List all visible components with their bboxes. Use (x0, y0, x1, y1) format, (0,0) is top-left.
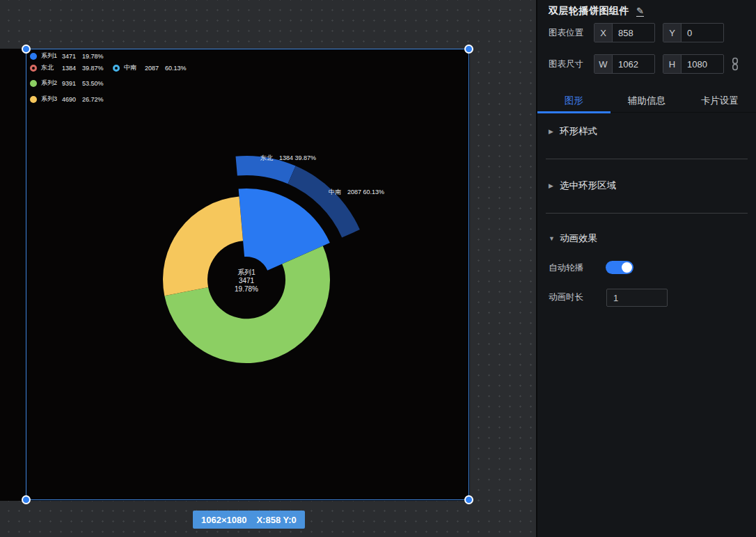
legend-value: 4690 (62, 96, 82, 103)
animation-duration-row: 动画时长 (537, 291, 756, 305)
aspect-ratio-link-icon[interactable] (730, 57, 740, 74)
auto-carousel-toggle[interactable] (606, 261, 633, 274)
center-label-line: 3471 (212, 277, 281, 285)
center-label-line: 系列1 (212, 268, 281, 277)
legend-row: 东北138439.87%中南208760.13% (30, 63, 196, 72)
resize-handle-bottom-left[interactable] (22, 495, 31, 504)
legend-name: 东北 (41, 63, 62, 72)
legend-percent: 60.13% (165, 65, 196, 72)
chart-size-row: 图表尺寸 W H (537, 54, 756, 74)
w-label: W (594, 55, 613, 73)
legend-name: 系列3 (41, 95, 62, 104)
legend-value: 2087 (145, 65, 165, 72)
properties-panel: 双层轮播饼图组件 ✎ 图表位置 X Y 图表尺寸 W H (536, 0, 756, 537)
duration-label: 动画时长 (549, 291, 583, 303)
width-input[interactable] (613, 55, 654, 73)
size-position-badge: 1062×1080 X:858 Y:0 (193, 511, 305, 529)
tab-auxiliary-info[interactable]: 辅助信息 (611, 89, 684, 112)
ring-segment-label: 中南2087 60.13% (329, 188, 384, 197)
size-label: 图表尺寸 (549, 54, 583, 74)
ring-label-value: 1384 39.87% (279, 154, 316, 161)
h-label: H (663, 55, 682, 73)
resize-handle-top-right[interactable] (464, 45, 473, 54)
legend-dot-icon (30, 53, 37, 60)
duration-input-box (606, 289, 668, 307)
legend-row: 系列2939153.50% (30, 79, 113, 88)
pie-center-label: 系列1347119.78% (212, 268, 281, 294)
edit-title-icon[interactable]: ✎ (636, 6, 644, 17)
y-input-group: Y (663, 23, 724, 42)
section-ring-style[interactable]: ▶ 环形样式 (549, 125, 597, 138)
badge-position-text: X:858 Y:0 (256, 515, 296, 525)
legend-item-东北: 东北138439.87% (30, 63, 113, 72)
editor-workspace[interactable]: 系列1347119.78%东北138439.87%中南208760.13%系列2… (0, 0, 536, 537)
auto-carousel-row: 自动轮播 (537, 262, 756, 276)
legend-item-系列3: 系列3469026.72% (30, 95, 113, 104)
chart-position-row: 图表位置 X Y (537, 23, 756, 42)
center-label-line: 19.78% (212, 285, 281, 294)
badge-size-text: 1062×1080 (201, 515, 246, 525)
legend-percent: 26.72% (82, 96, 113, 103)
x-input[interactable] (613, 24, 654, 42)
ring-label-name: 中南 (329, 189, 341, 195)
legend-value: 3471 (62, 53, 82, 60)
tab-card-settings[interactable]: 卡片设置 (683, 89, 756, 112)
panel-header: 双层轮播饼图组件 ✎ (549, 5, 644, 17)
legend-item-中南: 中南208760.13% (113, 63, 196, 72)
chevron-down-icon: ▼ (549, 235, 560, 242)
legend-name: 系列2 (41, 79, 62, 88)
legend-percent: 39.87% (82, 65, 113, 72)
legend-percent: 53.50% (82, 80, 113, 87)
section-divider (546, 159, 748, 159)
section-animation-effect[interactable]: ▼ 动画效果 (549, 232, 597, 245)
ring-segment-label: 东北1384 39.87% (260, 154, 316, 163)
legend-name: 系列1 (41, 51, 62, 61)
toggle-knob (622, 262, 632, 273)
panel-tabs: 图形 辅助信息 卡片设置 (537, 89, 756, 113)
section-label: 动画效果 (560, 232, 597, 245)
height-input-group: H (663, 54, 724, 74)
ring-label-name: 东北 (260, 154, 273, 161)
x-input-group: X (594, 23, 655, 42)
height-input[interactable] (682, 55, 723, 73)
legend-percent: 19.78% (82, 53, 113, 60)
legend-ring-icon (113, 65, 120, 72)
legend-value: 1384 (62, 65, 82, 72)
section-selected-ring-area[interactable]: ▶ 选中环形区域 (549, 179, 616, 192)
legend-ring-icon (30, 65, 37, 72)
section-label: 选中环形区域 (560, 179, 616, 192)
position-label: 图表位置 (549, 23, 583, 42)
component-title: 双层轮播饼图组件 (549, 5, 629, 17)
legend-row: 系列1347119.78% (30, 51, 113, 61)
resize-handle-bottom-right[interactable] (464, 495, 473, 504)
app-root: 系列1347119.78%东北138439.87%中南208760.13%系列2… (0, 0, 756, 537)
duration-input[interactable] (607, 289, 667, 306)
chevron-right-icon: ▶ (549, 182, 560, 189)
legend-dot-icon (30, 80, 37, 87)
y-label: Y (663, 24, 682, 42)
legend-item-系列2: 系列2939153.50% (30, 79, 113, 88)
legend-value: 9391 (62, 80, 82, 87)
legend-name: 中南 (124, 63, 145, 72)
auto-carousel-label: 自动轮播 (549, 262, 583, 273)
chevron-right-icon: ▶ (549, 128, 560, 135)
section-label: 环形样式 (560, 125, 597, 138)
width-input-group: W (594, 54, 655, 74)
pie-chart-component[interactable]: 系列1347119.78%东北138439.87%中南208760.13%系列2… (26, 49, 469, 500)
x-label: X (594, 24, 613, 42)
ring-label-value: 2087 60.13% (347, 189, 384, 195)
resize-handle-top-left[interactable] (22, 45, 31, 54)
tab-graphic[interactable]: 图形 (537, 89, 611, 112)
section-divider (546, 213, 748, 214)
legend-row: 系列3469026.72% (30, 95, 113, 104)
y-input[interactable] (682, 24, 723, 42)
legend-item-系列1: 系列1347119.78% (30, 51, 113, 61)
legend-dot-icon (30, 96, 37, 103)
